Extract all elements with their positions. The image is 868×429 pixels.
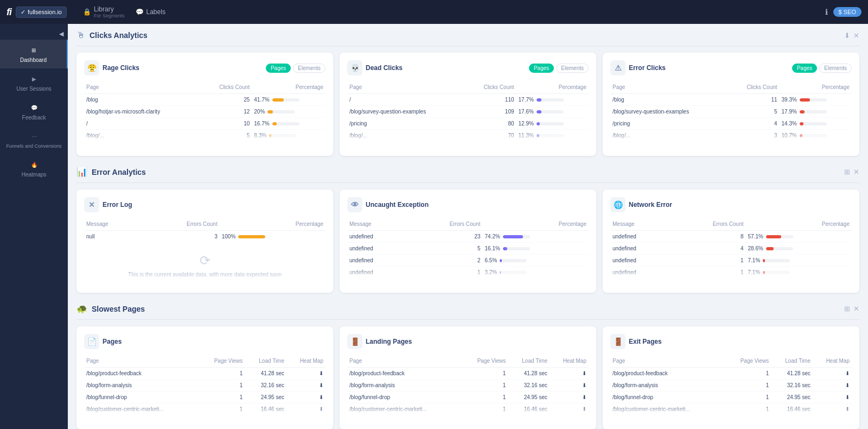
row-progress: 12.9% (519, 121, 564, 127)
row-pct: 14.3% (780, 118, 852, 130)
clicks-analytics-expand[interactable]: ✕ (853, 31, 859, 40)
slowest-pages-collapse[interactable]: ⊞ (844, 305, 850, 313)
error-clicks-tab-pages[interactable]: Pages (792, 64, 817, 73)
row-page: /blog/survey-question-examples (347, 106, 465, 118)
sidebar-item-dashboard[interactable]: ⊞ Dashboard (0, 40, 68, 68)
workspace-selector[interactable]: ✓ fullsession.io (16, 7, 67, 18)
row-load: 24.95 sec (771, 392, 813, 403)
nav-library[interactable]: 🔒 Library For Segments (83, 5, 125, 18)
row-heatmap[interactable]: ⬇ (286, 392, 326, 403)
row-pct: 57.1% (746, 231, 852, 243)
row-heatmap[interactable]: ⬇ (550, 380, 589, 392)
row-heatmap[interactable]: ⬇ (813, 403, 852, 415)
table-row: /blog/funnel-drop 1 24.95 sec ⬇ (347, 392, 589, 403)
row-heatmap[interactable]: ⬇ (550, 368, 589, 380)
table-row: /blog/product-feedback 1 41.28 sec ⬇ (84, 368, 326, 380)
row-heatmap[interactable]: ⬇ (550, 392, 589, 403)
row-views: 1 (199, 380, 245, 392)
row-page: /blog/customer-centric-marketi... (610, 403, 725, 415)
row-pct: 16.1% (483, 243, 589, 255)
network-error-table: Message Errors Count Percentage undefine… (610, 219, 852, 278)
dead-clicks-tab-elements[interactable]: Elements (556, 64, 589, 73)
error-log-table: Message Errors Count Percentage null 3 (84, 219, 326, 242)
ue-col-message: Message (347, 219, 407, 231)
slowest-pages-actions: ⊞ ✕ (844, 305, 859, 313)
funnels-icon: ⋯ (29, 131, 39, 141)
row-page: /blog/... (347, 130, 465, 142)
slowest-pages-section: 🐢 Slowest Pages ⊞ ✕ 📄 Pages (76, 304, 859, 429)
sp-pages-icon: 📄 (84, 334, 99, 349)
row-pct: 7.1% (746, 267, 852, 279)
clicks-analytics-section: 🖱 Clicks Analytics ⬇ ✕ 😤 Rage Clicks (76, 30, 859, 156)
row-heatmap[interactable]: ⬇ (550, 403, 589, 415)
error-log-icon: ✕ (84, 197, 99, 212)
row-views: 1 (725, 380, 771, 392)
sidebar-item-user-sessions[interactable]: ▶ User Sessions (0, 68, 68, 97)
rage-clicks-col-pct: Percentage (252, 82, 326, 94)
error-log-pct: 100% (220, 231, 326, 243)
slowest-pages-expand[interactable]: ✕ (853, 305, 859, 313)
row-progress: 39.3% (782, 97, 827, 103)
row-page: undefined (347, 267, 407, 279)
table-row: undefined 1 7.1% (610, 267, 852, 279)
row-load: 16.46 sec (771, 403, 813, 415)
row-heatmap[interactable]: ⬇ (286, 380, 326, 392)
error-clicks-tab-elements[interactable]: Elements (819, 64, 852, 73)
error-clicks-table: Page Clicks Count Percentage /blog 11 39… (610, 82, 852, 141)
rage-clicks-col-count: Clicks Count (200, 82, 252, 94)
table-row: /pricing 80 12.9% (347, 118, 589, 130)
row-views: 1 (462, 368, 508, 380)
row-progress: 6.5% (485, 257, 527, 263)
main-content: 🖱 Clicks Analytics ⬇ ✕ 😤 Rage Clicks (68, 24, 868, 429)
rage-clicks-tab-pages[interactable]: Pages (266, 64, 291, 73)
dead-clicks-tab-pages[interactable]: Pages (529, 64, 554, 73)
sidebar-item-heatmaps[interactable]: 🔥 Heatmaps (0, 154, 68, 183)
row-pct: 16.7% (252, 118, 326, 130)
ue-col-pct: Percentage (483, 219, 589, 231)
nav-labels[interactable]: 💬 Labels (136, 8, 165, 16)
table-row: /blog/customer-centric-marketi... 1 16.4… (84, 403, 326, 415)
workspace-name: fullsession.io (28, 9, 62, 15)
row-heatmap[interactable]: ⬇ (286, 368, 326, 380)
uncaught-exception-title: 👁 Uncaught Exception (347, 197, 429, 212)
clicks-analytics-download[interactable]: ⬇ (844, 31, 850, 40)
sp-pages-header: 📄 Pages (84, 334, 326, 349)
clicks-analytics-cards: 😤 Rage Clicks Pages Elements Page (76, 53, 859, 156)
error-analytics-section: 📊 Error Analytics ⊞ ✕ ✕ Error Log (76, 167, 859, 293)
row-progress: 14.3% (782, 121, 827, 127)
clicks-analytics-section-icon: 🖱 (76, 30, 85, 40)
sidebar: ◀ ⊞ Dashboard ▶ User Sessions 💬 Feedback… (0, 24, 68, 429)
rage-clicks-icon: 😤 (84, 60, 99, 75)
row-heatmap[interactable]: ⬇ (813, 380, 852, 392)
table-row: undefined 8 57.1% (610, 231, 852, 243)
rage-clicks-col-page: Page (84, 82, 200, 94)
table-row: /blog/survey-question-examples 109 17.6% (347, 106, 589, 118)
info-icon[interactable]: ℹ (825, 8, 828, 16)
sidebar-item-feedback[interactable]: 💬 Feedback (0, 97, 68, 126)
seo-badge[interactable]: $ SEO (833, 7, 861, 17)
row-count: 109 (465, 106, 516, 118)
dead-clicks-col-page: Page (347, 82, 465, 94)
sidebar-item-funnels[interactable]: ⋯ Funnels and Conversions (0, 126, 68, 154)
table-row: null 3 100% (84, 231, 326, 243)
row-heatmap[interactable]: ⬇ (813, 392, 852, 403)
error-analytics-collapse[interactable]: ⊞ (844, 168, 850, 176)
slowest-pages-header: 🐢 Slowest Pages ⊞ ✕ (76, 304, 859, 314)
error-log-title: ✕ Error Log (84, 197, 132, 212)
row-count: 4 (729, 118, 780, 130)
row-pct: 12.9% (516, 118, 589, 130)
sidebar-label-dashboard: Dashboard (20, 57, 47, 63)
dashboard-icon: ⊞ (29, 45, 39, 55)
rage-clicks-tab-elements[interactable]: Elements (293, 64, 326, 73)
error-clicks-content: Page Clicks Count Percentage /blog 11 39… (610, 82, 852, 141)
row-heatmap[interactable]: ⬇ (286, 403, 326, 415)
row-heatmap[interactable]: ⬇ (813, 368, 852, 380)
row-pct: 17.9% (780, 106, 852, 118)
row-pct: 8.3% (252, 130, 326, 142)
error-analytics-expand[interactable]: ✕ (853, 168, 859, 176)
lp-col-load: Load Time (508, 356, 550, 368)
sidebar-toggle[interactable]: ◀ (0, 28, 68, 40)
table-row: undefined 4 28.6% (610, 243, 852, 255)
uncaught-exception-card: 👁 Uncaught Exception Message Errors Coun… (340, 190, 596, 293)
landing-pages-card: 🚪 Landing Pages Page Page Views Load Tim… (340, 326, 596, 429)
